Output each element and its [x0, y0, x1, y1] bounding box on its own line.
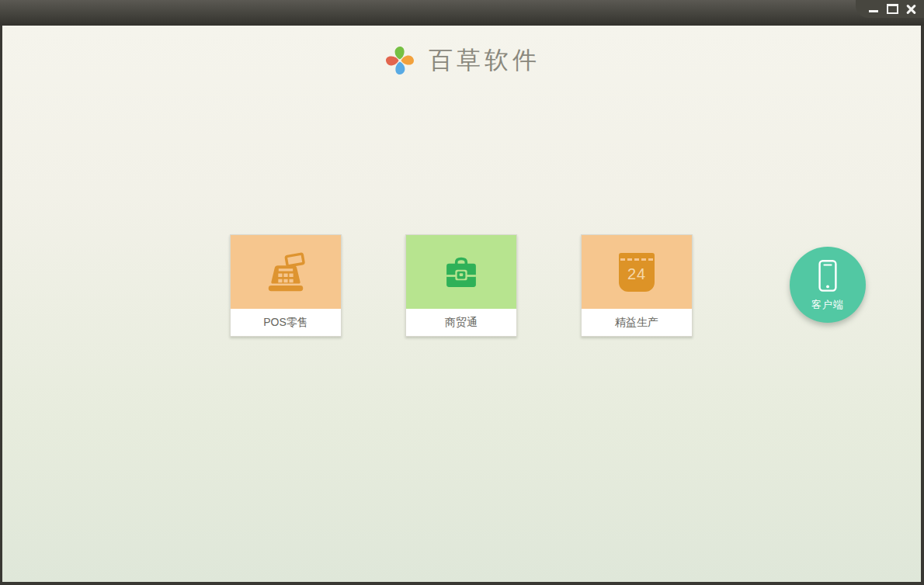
close-button[interactable] [901, 0, 920, 18]
lean-label: 精益生产 [582, 309, 692, 336]
pinwheel-logo-icon [383, 43, 417, 78]
client-button-label: 客户端 [811, 298, 844, 312]
pos-tile [231, 235, 341, 309]
logo-petal-left [386, 56, 399, 65]
window-controls [856, 0, 924, 18]
cash-register-icon [263, 250, 308, 295]
brand-header: 百草软件 [2, 43, 921, 78]
product-card-lean[interactable]: 24 精益生产 [581, 234, 693, 337]
minimize-button[interactable] [864, 0, 883, 18]
lean-tile: 24 [582, 235, 692, 309]
product-card-pos[interactable]: POS零售 [230, 234, 342, 337]
titlebar [0, 0, 924, 26]
close-icon [906, 5, 916, 14]
pos-label: POS零售 [231, 309, 341, 336]
minimize-icon [869, 10, 878, 12]
maximize-icon [887, 4, 898, 14]
client-button[interactable]: 客户端 [790, 247, 866, 323]
smartphone-icon [815, 258, 840, 296]
logo-petal-top [395, 47, 405, 60]
logo-petal-bottom [395, 62, 405, 75]
briefcase-icon [440, 251, 482, 293]
maximize-button[interactable] [883, 0, 901, 18]
product-card-trade[interactable]: 商贸通 [405, 234, 517, 337]
calendar-day: 24 [619, 265, 655, 283]
brand-title: 百草软件 [429, 44, 540, 77]
calendar-icon: 24 [619, 253, 655, 292]
trade-tile [406, 235, 516, 309]
trade-label: 商贸通 [406, 309, 516, 336]
calendar-dashes [620, 258, 653, 261]
logo-petal-right [401, 56, 415, 65]
main-content: 百草软件 POS零售 商贸通 [2, 26, 921, 582]
